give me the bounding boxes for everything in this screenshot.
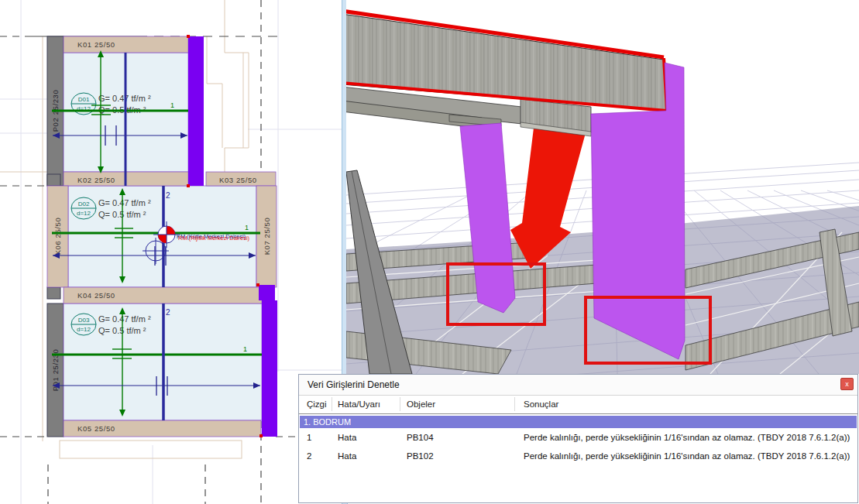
check-data-entries-dialog: Veri Girişlerini Denetle x Çizgi Hata/Uy… — [298, 374, 858, 503]
cell-type: Hata — [338, 447, 356, 465]
cell-object: PB104 — [407, 428, 434, 447]
dialog-titlebar[interactable]: Veri Girişlerini Denetle x — [299, 375, 857, 396]
svg-text:2: 2 — [166, 308, 170, 317]
table-row[interactable]: 2 Hata PB102 Perde kalınlığı, perde yüks… — [299, 447, 857, 465]
svg-text:1: 1 — [170, 101, 174, 109]
cell-line: 1 — [307, 428, 311, 447]
column-separator[interactable] — [332, 397, 332, 411]
svg-text:G= 0.47 tf/m ²: G= 0.47 tf/m ² — [98, 198, 151, 207]
cell-result: Perde kalınlığı, perde yüksekliğinin 1/1… — [524, 428, 850, 447]
application-window: K01 25/50 K02 25/50 K03 25/50 K04 25/50 … — [0, 0, 859, 504]
beam-label-k03: K03 25/50 — [219, 176, 257, 184]
cell-line: 2 — [307, 447, 311, 465]
cell-type: Hata — [338, 428, 356, 447]
svg-text:1: 1 — [243, 345, 247, 353]
svg-text:1: 1 — [245, 224, 249, 231]
beam-label-k07: K07 25/50 — [263, 218, 271, 255]
close-icon[interactable]: x — [840, 378, 854, 390]
beam-label-k04: K04 25/50 — [77, 291, 115, 300]
svg-text:d=12: d=12 — [77, 210, 91, 217]
plan-drawing: K01 25/50 K02 25/50 K03 25/50 K04 25/50 … — [0, 0, 342, 504]
svg-text:D03: D03 — [78, 317, 90, 324]
column-separator[interactable] — [514, 397, 515, 411]
svg-text:G= 0.47 tf/m ²: G= 0.47 tf/m ² — [98, 314, 151, 324]
beam-label-k06: K06 25/50 — [53, 218, 62, 255]
column-header-objects[interactable]: Objeler — [407, 395, 435, 413]
cell-result: Perde kalınlığı, perde yüksekliğinin 1/1… — [524, 447, 850, 465]
column-header-line[interactable]: Çizgi — [307, 395, 327, 413]
svg-text:D02: D02 — [78, 201, 90, 207]
rigidity-center-label: RM (Rijitlik Merkezi Dairesi) — [178, 235, 250, 242]
svg-text:2: 2 — [166, 191, 170, 200]
view-3d-scene — [346, 0, 859, 374]
plan-view-pane[interactable]: K01 25/50 K02 25/50 K03 25/50 K04 25/50 … — [0, 0, 342, 504]
column-separator[interactable] — [400, 397, 400, 411]
dialog-title: Veri Girişlerini Denetle — [308, 379, 400, 390]
table-row[interactable]: 1 Hata PB104 Perde kalınlığı, perde yüks… — [299, 428, 857, 447]
table-header-row — [299, 395, 857, 414]
cell-object: PB102 — [407, 447, 434, 465]
beam-label-k05: K05 25/50 — [77, 424, 115, 433]
column-header-results[interactable]: Sonuçlar — [524, 395, 558, 413]
center-labels: KM (Kütle Merkezi Dairesi) RM (Rijitlik … — [177, 233, 250, 242]
view-3d-pane[interactable] — [346, 0, 859, 374]
column-header-type[interactable]: Hata/Uyarı — [338, 395, 380, 413]
beam-label-k01: K01 25/50 — [77, 40, 115, 49]
svg-text:D01: D01 — [78, 96, 90, 103]
svg-text:d=12: d=12 — [77, 326, 91, 333]
beam-label-k02: K02 25/50 — [77, 176, 115, 184]
group-row-bodrum[interactable]: 1. BODRUM — [300, 416, 857, 428]
